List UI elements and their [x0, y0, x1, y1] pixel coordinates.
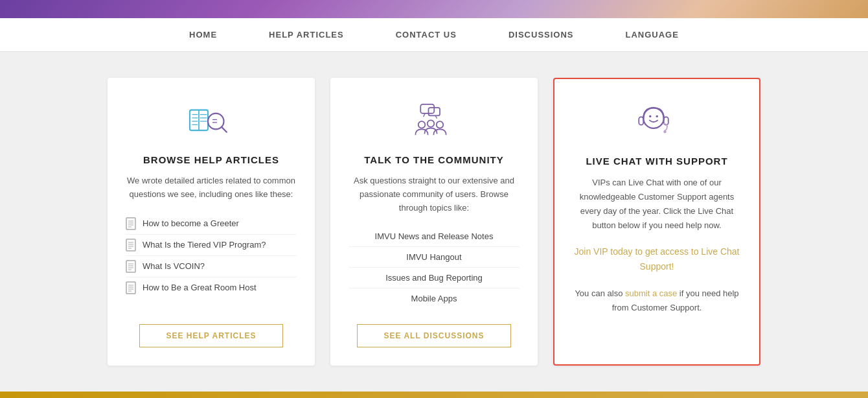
article-item[interactable]: What Is the Tiered VIP Program? [126, 235, 297, 256]
topic-item[interactable]: Mobile Apps [348, 288, 520, 309]
footer-bar-left [0, 392, 712, 398]
livechat-card: LIVE CHAT WITH SUPPORT VIPs can Live Cha… [553, 78, 760, 366]
svg-rect-23 [126, 261, 135, 272]
headset-icon [631, 100, 683, 145]
topic-list: IMVU News and Release Notes IMVU Hangout… [348, 226, 520, 309]
svg-point-38 [428, 120, 435, 127]
community-icon [408, 99, 460, 144]
svg-point-37 [418, 121, 426, 128]
article-list: How to become a Greeter What Is the Tier… [126, 213, 297, 298]
article-item[interactable]: How to become a Greeter [126, 213, 297, 235]
submit-case-link[interactable]: submit a case [625, 288, 677, 298]
article-item-label: How to Be a Great Room Host [143, 283, 257, 292]
livechat-submit-text: You can also submit a case if you need h… [573, 287, 741, 315]
community-title: TALK TO THE COMMUNITY [364, 154, 503, 165]
nav-contact-us[interactable]: CONTACT US [396, 30, 457, 40]
svg-point-39 [437, 121, 444, 128]
article-item-label: How to become a Greeter [143, 218, 239, 228]
header-banner [0, 0, 868, 18]
topic-item[interactable]: IMVU News and Release Notes [348, 226, 520, 247]
svg-rect-18 [126, 239, 135, 251]
svg-point-43 [649, 115, 652, 118]
browse-help-card: BROWSE HELP ARTICLES We wrote detailed a… [108, 78, 315, 366]
livechat-desc: VIPs can Live Chat with one of our knowl… [573, 176, 741, 233]
see-help-articles-button[interactable]: SEE HELP ARTICLES [139, 324, 282, 347]
nav-help-articles[interactable]: HELP ARTICLES [269, 30, 344, 40]
article-item-label: What Is the Tiered VIP Program? [143, 240, 266, 250]
nav-home[interactable]: HOME [189, 30, 217, 40]
svg-point-44 [656, 115, 659, 118]
community-card: TALK TO THE COMMUNITY Ask questions stra… [330, 78, 538, 366]
main-content: BROWSE HELP ARTICLES We wrote detailed a… [0, 52, 868, 392]
svg-point-45 [663, 130, 666, 133]
livechat-title: LIVE CHAT WITH SUPPORT [586, 156, 727, 167]
topic-item[interactable]: IMVU Hangout [348, 247, 520, 268]
livechat-vip-text: Join VIP today to get access to Live Cha… [573, 244, 741, 274]
browse-title: BROWSE HELP ARTICLES [143, 154, 279, 165]
svg-rect-13 [126, 218, 135, 229]
footer-bar [0, 392, 868, 398]
article-item[interactable]: What Is VCOIN? [126, 256, 297, 277]
nav-language[interactable]: LANGUAGE [626, 30, 679, 40]
topic-item[interactable]: Issues and Bug Reporting [348, 268, 520, 288]
article-item[interactable]: How to Be a Great Room Host [126, 277, 297, 298]
svg-line-10 [222, 127, 227, 132]
main-nav: HOME HELP ARTICLES CONTACT US DISCUSSION… [0, 18, 868, 52]
footer-bar-right [712, 392, 868, 398]
svg-rect-28 [126, 282, 135, 294]
article-item-label: What Is VCOIN? [143, 261, 205, 271]
community-desc: Ask questions straight to our extensive … [348, 174, 520, 215]
book-icon [185, 99, 237, 144]
svg-rect-33 [420, 104, 434, 113]
nav-discussions[interactable]: DISCUSSIONS [508, 30, 574, 40]
see-all-discussions-button[interactable]: SEE ALL DISCUSSIONS [357, 324, 510, 347]
livechat-submit-before: You can also [575, 288, 625, 298]
browse-desc: We wrote detailed articles related to co… [126, 174, 297, 202]
